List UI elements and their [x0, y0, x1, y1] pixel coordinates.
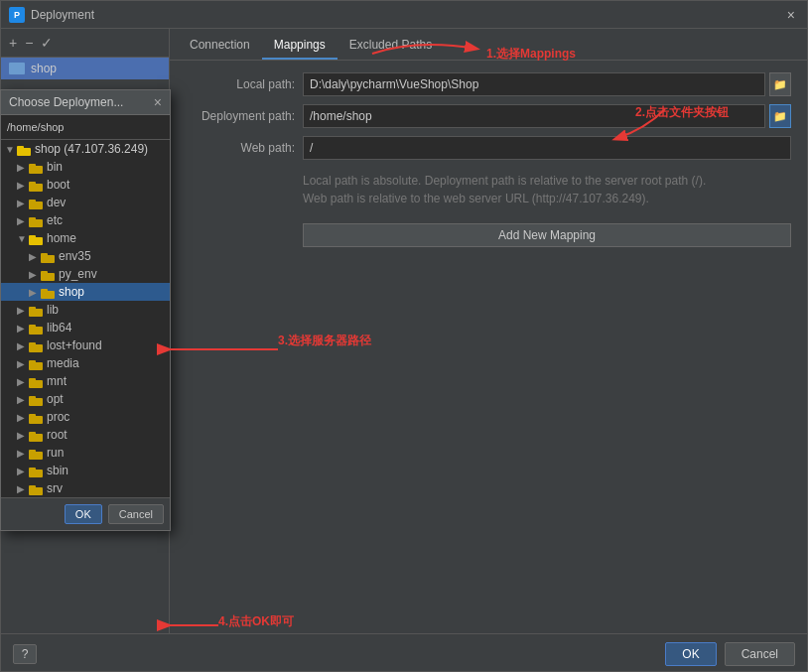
tree-item-label: proc	[47, 410, 69, 424]
folder-icon	[29, 233, 43, 244]
tree-arrow: ▶	[17, 323, 29, 334]
server-item-shop[interactable]: shop	[1, 58, 169, 79]
tree-item[interactable]: ▶bin	[1, 158, 170, 176]
tree-item[interactable]: ▼home	[1, 229, 170, 247]
tree-container: ▼shop (47.107.36.249)▶bin▶boot▶dev▶etc▼h…	[1, 140, 170, 497]
add-server-button[interactable]: +	[7, 33, 19, 53]
deployment-path-label: Deployment path:	[186, 109, 295, 123]
choose-titlebar: Choose Deploymen... ×	[1, 90, 170, 115]
tree-item[interactable]: ▶opt	[1, 390, 170, 408]
tree-item[interactable]: ▶etc	[1, 211, 170, 229]
folder-icon	[29, 215, 43, 226]
tree-item-label: root	[47, 428, 67, 442]
tree-arrow: ▶	[29, 251, 41, 262]
tree-item[interactable]: ▶shop	[1, 283, 170, 301]
folder-icon	[29, 430, 43, 441]
tree-item[interactable]: ▶root	[1, 426, 170, 444]
choose-title: Choose Deploymen...	[9, 95, 123, 109]
tree-item[interactable]: ▶sbin	[1, 462, 170, 479]
tree-item[interactable]: ▶media	[1, 354, 170, 372]
tab-excluded-paths[interactable]: Excluded Paths	[337, 32, 444, 60]
tree-item-label: etc	[47, 213, 63, 227]
choose-cancel-button[interactable]: Cancel	[108, 504, 164, 524]
folder-icon	[29, 305, 43, 316]
add-mapping-button[interactable]: Add New Mapping	[303, 223, 791, 247]
folder-icon	[29, 162, 43, 173]
deployment-path-browse-button[interactable]: 📁	[769, 104, 791, 128]
tree-arrow: ▶	[17, 483, 29, 494]
folder-icon	[29, 340, 43, 351]
web-path-input[interactable]	[303, 136, 791, 160]
help-button[interactable]: ?	[13, 644, 37, 664]
folder-icon	[41, 269, 55, 280]
local-path-input[interactable]	[303, 72, 765, 96]
tree-arrow: ▶	[17, 305, 29, 316]
tree-item[interactable]: ▶boot	[1, 176, 170, 194]
tree-arrow: ▶	[17, 448, 29, 459]
tree-item[interactable]: ▶lib	[1, 301, 170, 319]
close-button[interactable]: ×	[783, 5, 799, 25]
tree-arrow: ▶	[17, 466, 29, 476]
tree-item-label: dev	[47, 196, 66, 209]
deployment-path-input[interactable]	[303, 104, 765, 128]
local-path-wrap: 📁	[303, 72, 791, 96]
folder-icon	[29, 323, 43, 334]
tree-item-label: mnt	[47, 374, 67, 388]
local-path-browse-button[interactable]: 📁	[769, 72, 791, 96]
tree-item[interactable]: ▶dev	[1, 194, 170, 211]
tree-arrow: ▶	[29, 269, 41, 280]
choose-close-button[interactable]: ×	[154, 94, 162, 110]
server-name: shop	[31, 62, 57, 75]
tree-item-label: lost+found	[47, 338, 102, 352]
tree-item-label: sbin	[47, 464, 68, 477]
tree-item[interactable]: ▶srv	[1, 479, 170, 497]
tab-mappings[interactable]: Mappings	[262, 32, 337, 60]
choose-search-input[interactable]	[5, 119, 166, 135]
tree-item[interactable]: ▶proc	[1, 408, 170, 426]
web-path-row: Web path:	[186, 136, 791, 160]
dialog-title: Deployment	[31, 8, 94, 22]
folder-icon	[17, 144, 31, 155]
folder-icon	[29, 376, 43, 387]
tree-item-label: opt	[47, 392, 64, 406]
folder-icon	[29, 358, 43, 369]
hint-text: Local path is absolute. Deployment path …	[303, 172, 791, 207]
remove-server-button[interactable]: −	[23, 33, 35, 53]
ok-button[interactable]: OK	[665, 642, 716, 666]
tabs-bar: Connection Mappings Excluded Paths	[170, 29, 807, 61]
server-icon	[9, 63, 25, 74]
tree-arrow: ▶	[17, 430, 29, 441]
deployment-path-row: Deployment path: 📁	[186, 104, 791, 128]
cancel-button[interactable]: Cancel	[725, 642, 795, 666]
tree-arrow: ▶	[17, 215, 29, 226]
titlebar: P Deployment ×	[1, 1, 807, 29]
tree-arrow: ▶	[17, 340, 29, 351]
folder-icon	[29, 448, 43, 459]
tree-item-label: run	[47, 446, 64, 460]
tree-item-label: lib	[47, 303, 59, 317]
apply-server-button[interactable]: ✓	[39, 33, 55, 53]
tree-item[interactable]: ▼shop (47.107.36.249)	[1, 140, 170, 158]
tree-item[interactable]: ▶py_env	[1, 265, 170, 283]
tree-item[interactable]: ▶mnt	[1, 372, 170, 390]
tree-item-label: home	[47, 231, 76, 245]
tab-connection[interactable]: Connection	[178, 32, 262, 60]
choose-ok-button[interactable]: OK	[65, 504, 102, 524]
tree-arrow: ▶	[17, 358, 29, 369]
form-area: Local path: 📁 Deployment path: 📁	[170, 61, 807, 259]
tree-arrow: ▶	[17, 198, 29, 208]
folder-icon	[29, 483, 43, 494]
tree-arrow: ▶	[17, 394, 29, 405]
tree-item[interactable]: ▶env35	[1, 247, 170, 265]
tree-item-label: lib64	[47, 321, 71, 335]
tree-item[interactable]: ▶lib64	[1, 319, 170, 336]
folder-icon	[29, 466, 43, 476]
choose-deployment-dialog: Choose Deploymen... × ▼shop (47.107.36.2…	[0, 89, 171, 531]
tree-item-label: media	[47, 356, 79, 370]
tree-item[interactable]: ▶lost+found	[1, 336, 170, 354]
tree-item[interactable]: ▶run	[1, 444, 170, 462]
folder-icon	[29, 412, 43, 423]
pycharm-icon: P	[9, 7, 25, 23]
web-path-wrap	[303, 136, 791, 160]
tree-arrow: ▶	[17, 162, 29, 173]
